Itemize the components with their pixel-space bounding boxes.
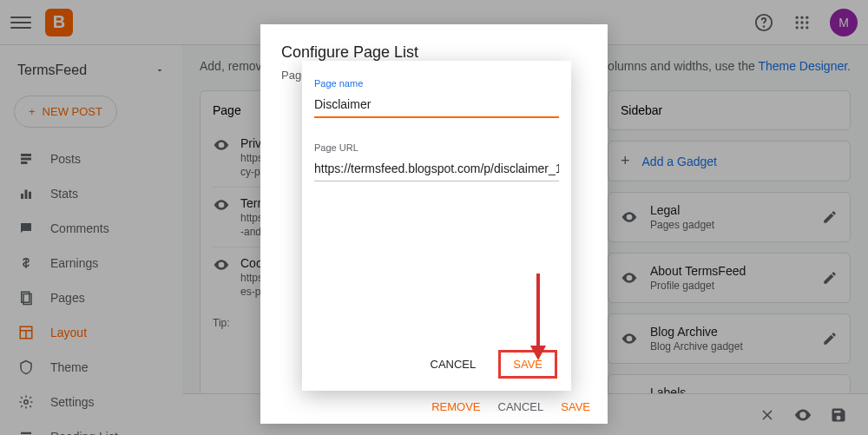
dialog-actions: REMOVE CANCEL SAVE <box>431 400 590 413</box>
save-button[interactable]: SAVE <box>561 400 590 413</box>
cancel-button[interactable]: CANCEL <box>422 353 485 376</box>
remove-button[interactable]: REMOVE <box>431 400 480 413</box>
page-name-label: Page name <box>314 78 559 89</box>
cancel-button[interactable]: CANCEL <box>498 400 544 413</box>
edit-page-dialog: Page name Page URL CANCEL SAVE <box>302 61 571 391</box>
page-url-input[interactable] <box>314 158 559 181</box>
page-name-input[interactable] <box>314 94 559 118</box>
save-button[interactable]: SAVE <box>498 350 557 379</box>
page-url-label: Page URL <box>314 142 559 153</box>
